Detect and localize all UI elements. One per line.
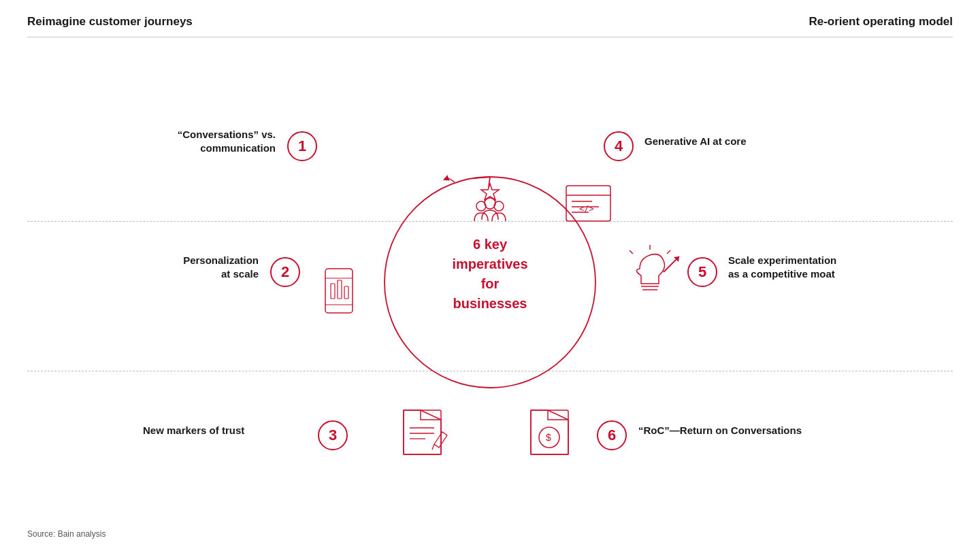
label-5: Scale experimentation as a competitive m…	[728, 254, 919, 280]
svg-rect-16	[344, 286, 348, 299]
svg-point-4	[494, 201, 504, 211]
svg-rect-15	[338, 280, 342, 299]
badge-2: 2	[270, 257, 300, 287]
label-6: “RoC”—Return on Conversations	[638, 424, 877, 437]
label-1: “Conversations” vs. communication	[143, 128, 276, 154]
svg-rect-14	[331, 284, 335, 299]
svg-line-21	[667, 250, 670, 254]
header-right: Re-orient operating model	[808, 15, 953, 29]
label-3: New markers of trust	[143, 424, 306, 437]
badge-5: 5	[687, 257, 717, 287]
diagram-svg: </> $	[0, 37, 980, 548]
svg-line-27	[432, 444, 434, 450]
badge-1: 1	[287, 131, 317, 161]
label-2: Personalization at scale	[126, 254, 259, 280]
header: Reimagine customer journeys Re-orient op…	[0, 0, 980, 29]
badge-3: 3	[318, 420, 348, 450]
svg-text:</>: </>	[579, 204, 594, 214]
badge-4: 4	[604, 131, 634, 161]
source-text: Source: Bain analysis	[27, 529, 105, 539]
svg-line-20	[630, 250, 633, 254]
badge-6: 6	[597, 420, 627, 450]
svg-text:$: $	[546, 432, 551, 443]
svg-rect-5	[566, 186, 610, 221]
label-4: Generative AI at core	[644, 135, 815, 148]
header-left: Reimagine customer journeys	[27, 15, 193, 29]
